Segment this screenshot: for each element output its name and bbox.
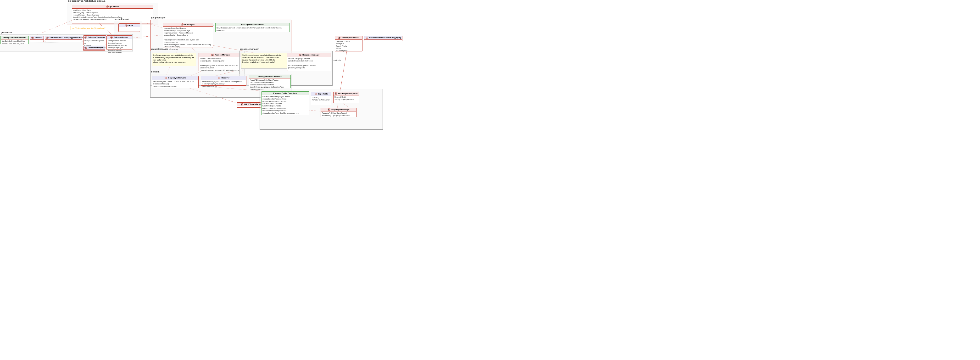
package-go-filecon-label: Go GraphSync Architecture Diagram <box>67 0 106 2</box>
interface-icon-gbf: I <box>46 36 49 39</box>
class-exportable-title: I Exportable <box>311 92 331 96</box>
class-icon-libp2p: C <box>241 103 243 105</box>
class-icon-gsr: C <box>335 92 337 95</box>
pkg-public-network-title: Package Public Functions <box>249 75 290 78</box>
class-gsr-content: RequestHDr int Status() GraphSyncStatus <box>334 95 359 101</box>
diagram-canvas: Go GraphSync Architecture Diagram C go-f… <box>0 0 980 360</box>
note-responsemanager: The ResponseManager uses Select from go-… <box>241 53 288 69</box>
class-getblockfunc-title: I GetBlockFunc: func(cid) (block.Block) <box>45 36 82 40</box>
class-sq-content: Select(selector: root Call SelectionTrav… <box>107 39 132 54</box>
class-graphsync-content: network : GraphSyncNetwork requestManage… <box>163 27 213 51</box>
package-selector-label: go-selector <box>0 31 13 33</box>
class-exportable-content: ToProto() ToNet(w io.Writer) error <box>311 96 331 101</box>
class-gsn-content: SendMessage(ctx context.Context, receive… <box>152 80 198 88</box>
class-graphsync-message[interactable]: C GraphSyncMessage Requests() : []GraphS… <box>321 108 356 117</box>
class-gsr-title: C GraphSyncResponse <box>334 92 359 95</box>
class-decode-sel-func[interactable]: I DecodeSelectionFunc: func([]byte) <box>364 36 402 41</box>
class-response-manager[interactable]: C ResponseManager network : GraphSyncNet… <box>287 53 331 71</box>
class-resm-content: network : GraphSyncNetwork selectorQueri… <box>287 57 331 70</box>
interface-icon-receiver: I <box>218 77 220 79</box>
class-exportable[interactable]: I Exportable ToProto() ToNet(w io.Writer… <box>311 92 331 105</box>
receiver-label: receiver for <box>333 59 341 61</box>
interface-icon-exportable: I <box>315 93 317 95</box>
class-dsf-title: I DecodeSelectionFunc: func([]byte) <box>364 36 402 40</box>
interface-icon-st: I <box>84 36 87 38</box>
class-sr-title: I SelectionResponse <box>83 46 105 50</box>
svg-line-14 <box>36 20 72 35</box>
pkg-public-message-title: Package Public Functions <box>261 92 309 95</box>
package-network-label: network <box>151 71 160 73</box>
note-package-name: Is this the right name for this package? <box>71 26 107 30</box>
pkg-public-selector-title: Package Public Functions <box>1 36 29 40</box>
connection-lines <box>0 0 980 360</box>
pkg-public-message-content: func FromPBReader(pbr gzio.Reader decode… <box>261 95 309 114</box>
pkg-public-graphsync[interactable]: PackagePublicFunctions New(ctx context.C… <box>215 23 290 32</box>
interface-icon-dsf: I <box>366 36 368 39</box>
pkg-public-message[interactable]: Package Public Functions func FromPBRead… <box>261 91 309 115</box>
class-request-manager[interactable]: C RequestManager network : GraphSyncNetw… <box>199 53 243 71</box>
pkg-public-selector[interactable]: Package Public Functions NewSelectorQuer… <box>0 36 29 44</box>
interface-icon-sq: I <box>110 36 113 38</box>
package-ipld-label: go-ipld-format <box>114 18 130 20</box>
class-selector-title: I Selector <box>30 36 43 40</box>
class-receiver-title: I Receiver <box>201 76 246 80</box>
class-icon-gsm: C <box>328 108 330 111</box>
class-graphsync[interactable]: C GraphSync network : GraphSyncNetwork r… <box>163 23 213 48</box>
pkg-public-selector-content: NewSelectorQuerier(BlockFunc GetBlockFun… <box>1 40 29 45</box>
class-go-filecon-content: graphSync : GraphSync selectionQuery : S… <box>72 9 153 21</box>
class-receiver-content: ReceiveMessage(ctx context.Context, send… <box>201 80 246 88</box>
class-graphsync-response[interactable]: C GraphSyncResponse RequestHDr int Statu… <box>333 92 359 103</box>
package-message-label: message <box>260 86 270 88</box>
class-selection-response[interactable]: I SelectionResponse <box>83 46 105 51</box>
class-selection-traverser[interactable]: I SelectionTraverser Next() SelectionRes… <box>83 35 106 45</box>
pkg-public-graphsync-content: New(ctx context.Context, network GraphSy… <box>216 26 289 32</box>
interface-icon-gsn: I <box>165 77 167 79</box>
class-icon-resm: C <box>299 54 301 56</box>
class-node-title: I Node <box>119 24 140 27</box>
pkg-public-graphsync-title: PackagePublicFunctions <box>216 23 289 26</box>
class-gsn-title: I GraphSyncNetwork <box>152 76 198 80</box>
class-st-title: I SelectionTraverser <box>83 36 106 39</box>
interface-icon-sr: I <box>84 47 87 49</box>
class-gsreq-title: C GraphSyncRequest <box>335 36 362 40</box>
class-resm-title: C ResponseManager <box>287 53 331 57</box>
package-requestmanager-label: requestmanager <box>151 48 169 50</box>
interface-icon-selector: I <box>31 36 34 39</box>
class-go-filecon-title: C go-filecon <box>72 5 153 9</box>
class-rm-content: network : GraphSyncNetwork selectorQueri… <box>199 57 243 72</box>
class-receiver[interactable]: I Receiver ReceiveMessage(ctx context.Co… <box>201 76 247 86</box>
class-graphsync-request[interactable]: C GraphSyncRequest Selector() Selector R… <box>335 36 363 51</box>
class-sq-title: I SelectorQuerier <box>107 36 132 39</box>
package-graphsync-label: go-graphsync <box>151 16 166 19</box>
class-icon-rm: C <box>211 54 214 56</box>
class-rm-title: C RequestManager <box>199 53 243 57</box>
class-icon: C <box>106 5 109 8</box>
class-gsm-content: Requests() : []GraphSyncRequest Response… <box>321 111 356 117</box>
class-icon-gsreq: C <box>338 36 340 39</box>
class-graphsync-network[interactable]: I GraphSyncNetwork SendMessage(ctx conte… <box>152 76 199 88</box>
class-selector[interactable]: I Selector <box>30 36 44 42</box>
class-go-filecon[interactable]: C go-filecon graphSync : GraphSync selec… <box>72 5 153 24</box>
class-selector-querier[interactable]: I SelectorQuerier Select(selector: root … <box>107 35 132 50</box>
note-requestmanager: The ResponseManager uses Validate from g… <box>152 53 196 66</box>
class-graphsync-title: C GraphSync <box>163 23 213 27</box>
class-gsreq-content: Selector() Selector Root() Cid Priority … <box>335 40 362 52</box>
class-gsm-title: C GraphSyncMessage <box>321 108 356 111</box>
interface-icon: I <box>125 24 127 27</box>
class-getblockfunc[interactable]: I GetBlockFunc: func(cid) (block.Block) <box>45 36 82 42</box>
class-node[interactable]: I Node <box>118 24 140 32</box>
class-icon-graphsync: C <box>181 24 183 26</box>
package-responsemanager-label: responsemanager <box>240 48 259 50</box>
